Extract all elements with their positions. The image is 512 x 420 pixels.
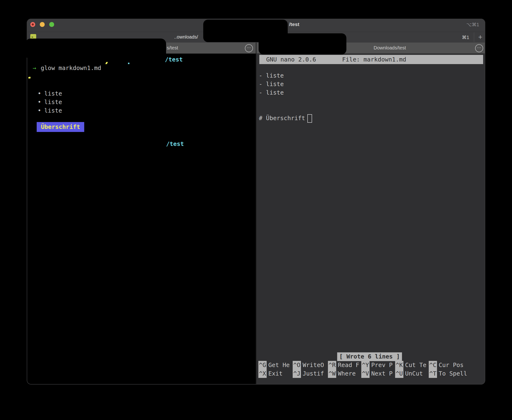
nano-shortcut-key: ^W — [328, 369, 336, 378]
prompt-path: /test — [166, 140, 184, 148]
nano-shortcut-key: ^K — [395, 361, 403, 369]
nano-shortcut-key: ^O — [293, 361, 301, 369]
glow-heading: Überschrift — [37, 122, 84, 132]
right-nano-pane[interactable]: GNU nano 2.0.6 File: markdown1.md - list… — [256, 53, 485, 384]
nano-file-label: File: markdown1.md — [342, 55, 406, 64]
pane-divider[interactable] — [256, 43, 256, 384]
nano-shortcut-label: Exit — [268, 369, 283, 378]
nano-app-version: GNU nano 2.0.6 — [266, 55, 316, 64]
nano-shortcut-label: To Spell — [439, 369, 467, 378]
redacted-text-remnant — [128, 63, 130, 64]
tab-bar-separator — [474, 32, 474, 42]
left-pane-title: s/test — [167, 45, 178, 51]
redacted-text-remnant — [105, 62, 108, 64]
nano-shortcut-label: Prev P — [371, 361, 392, 369]
right-pane-title: Downloads/test — [374, 45, 406, 51]
nano-text-line: - liste — [259, 71, 284, 80]
window-shortcut-hint: ⌥⌘1 — [466, 22, 479, 27]
nano-shortcut-label: UnCut — [405, 369, 423, 378]
new-tab-button[interactable]: + — [475, 32, 485, 43]
nano-shortcut-key: ^R — [328, 361, 336, 369]
tab-shortcut-hint: ⌘1 — [462, 35, 469, 40]
nano-shortcut-label: Cut Te — [405, 361, 426, 369]
screenshot-stage: /test ⌥⌘1 >_ ..ownloads/ ⌘1 + s/test ⋯ >… — [0, 0, 512, 420]
left-terminal-pane[interactable]: /test → glow markdown1.md • liste • list… — [27, 53, 256, 384]
glow-bullet: • — [38, 89, 41, 98]
nano-shortcut-key: ^T — [429, 369, 437, 378]
minimize-button-icon[interactable] — [40, 22, 45, 27]
nano-text-line: # Überschrift — [259, 114, 305, 122]
zoom-button-icon[interactable] — [49, 22, 54, 27]
nano-header-bar: GNU nano 2.0.6 File: markdown1.md — [259, 55, 483, 64]
prompt-arrow: → — [33, 64, 36, 72]
nano-shortcut-key: ^X — [258, 369, 267, 378]
redacted-text-remnant — [28, 77, 31, 79]
nano-shortcut-key: ^C — [429, 361, 437, 369]
redaction-box — [27, 38, 166, 59]
nano-shortcut-label: Where — [338, 369, 356, 378]
left-pane-menu-icon[interactable]: ⋯ — [245, 44, 253, 52]
iterm-window: /test ⌥⌘1 >_ ..ownloads/ ⌘1 + s/test ⋯ >… — [27, 19, 485, 384]
close-button-icon[interactable] — [30, 22, 35, 27]
nano-shortcut-label: Justif — [303, 369, 324, 378]
window-title: /test — [289, 22, 299, 27]
nano-shortcut-key: ^V — [361, 369, 370, 378]
nano-shortcut-label: Read F — [338, 361, 359, 369]
glow-list-item: liste — [44, 98, 62, 106]
nano-shortcut-label: Cur Pos — [439, 361, 464, 369]
nano-shortcut-label: WriteO — [303, 361, 324, 369]
glow-bullet: • — [38, 106, 41, 115]
command-text: glow markdown1.md — [41, 64, 101, 72]
right-pane-menu-icon[interactable]: ⋯ — [475, 44, 483, 52]
nano-text-line: - liste — [259, 80, 284, 89]
prompt-path: /test — [165, 55, 183, 64]
nano-shortcut-key: ^Y — [361, 361, 370, 369]
nano-shortcut-label: Get He — [268, 361, 290, 369]
nano-status-message: [ Wrote 6 lines ] — [337, 352, 402, 361]
glow-bullet: • — [38, 98, 41, 106]
nano-cursor — [307, 114, 312, 123]
nano-shortcut-label: Next P — [371, 369, 392, 378]
redaction-box — [259, 33, 346, 54]
glow-list-item: liste — [44, 89, 62, 98]
nano-shortcut-key: ^U — [395, 369, 403, 378]
nano-shortcut-key: ^J — [293, 369, 301, 378]
nano-text-line: - liste — [259, 89, 284, 97]
tab-title[interactable]: ..ownloads/ — [174, 34, 198, 40]
glow-list-item: liste — [44, 106, 62, 115]
nano-shortcut-key: ^G — [258, 361, 267, 369]
